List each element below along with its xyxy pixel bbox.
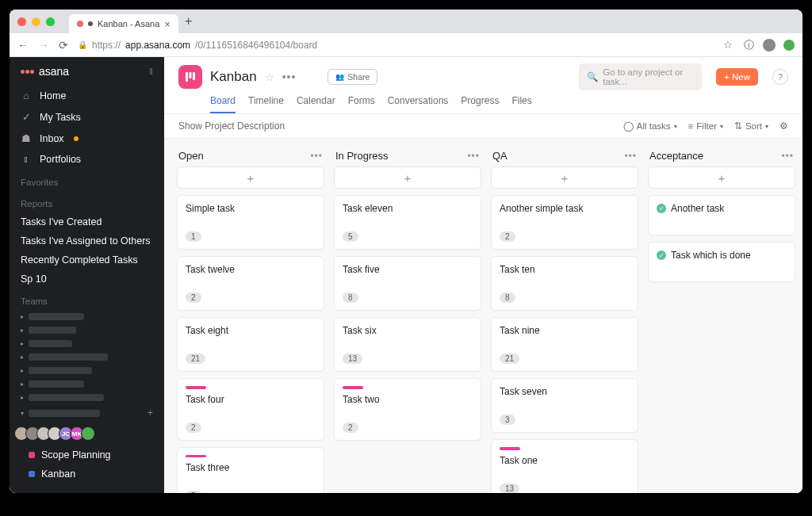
help-button[interactable]: ? (772, 69, 788, 85)
back-button[interactable]: ← (17, 39, 29, 52)
tab-progress[interactable]: Progress (461, 95, 499, 113)
maximize-window-button[interactable] (46, 17, 55, 26)
done-check-icon: ✓ (657, 250, 666, 260)
sidebar-nav-home[interactable]: ⌂Home (10, 86, 164, 106)
member-avatar[interactable] (81, 426, 95, 441)
add-card-button[interactable]: + (177, 166, 324, 189)
report-link[interactable]: Tasks I've Created (10, 212, 164, 231)
extension-icon[interactable] (783, 40, 795, 51)
favorite-star-icon[interactable]: ☆ (265, 71, 274, 83)
team-placeholder (29, 367, 92, 374)
new-tab-button[interactable]: + (185, 14, 192, 29)
all-tasks-filter[interactable]: ◯ All tasks ▾ (623, 120, 677, 132)
card-title: Task two (343, 394, 473, 405)
task-card[interactable]: Task eight21 (177, 317, 324, 372)
project-label: Scope Planning (41, 449, 111, 461)
search-input[interactable]: 🔍 Go to any project or task... (579, 63, 702, 90)
filter-button[interactable]: ≡ Filter ▾ (688, 121, 723, 131)
minimize-window-button[interactable] (32, 17, 40, 26)
add-card-button[interactable]: + (334, 166, 481, 189)
team-item[interactable]: ▸ (10, 337, 164, 350)
url-protocol: https:// (92, 40, 121, 51)
close-tab-button[interactable]: × (164, 18, 170, 30)
reload-button[interactable]: ⟳ (59, 39, 68, 52)
asana-logo[interactable]: asana (21, 65, 69, 78)
project-item[interactable]: Scope Planning (10, 445, 164, 464)
address-bar[interactable]: 🔒 https://app.asana.com/0/11165168464961… (78, 40, 712, 51)
sidebar-nav-portfolios[interactable]: ⫾Portfolios (10, 149, 164, 170)
team-item[interactable]: ▾+ (10, 404, 164, 422)
star-icon[interactable]: ☆ (722, 39, 734, 52)
collapse-sidebar-icon[interactable]: ⦀ (149, 66, 153, 77)
task-card[interactable]: Task two2 (334, 378, 481, 441)
team-item[interactable]: ▸ (10, 323, 164, 337)
browser-tab[interactable]: Kanban - Asana × (69, 14, 178, 33)
people-icon: 👥 (335, 73, 344, 81)
task-card[interactable]: Task seven3 (491, 378, 638, 433)
card-title: Task eleven (343, 203, 473, 214)
lock-icon: 🔒 (78, 40, 87, 49)
task-card[interactable]: Task twelve2 (177, 256, 324, 311)
project-icon[interactable] (178, 65, 202, 89)
card-title: Simple task (186, 203, 316, 214)
task-card[interactable]: Simple task1 (177, 195, 324, 250)
task-card[interactable]: ✓Task which is done (648, 242, 795, 282)
team-placeholder (29, 313, 84, 320)
tab-calendar[interactable]: Calendar (297, 95, 335, 113)
show-description-link[interactable]: Show Project Description (178, 120, 285, 132)
task-card[interactable]: Task one13 (491, 439, 638, 493)
task-card[interactable]: Task five8 (334, 256, 481, 311)
project-title: Kanban (210, 69, 257, 85)
report-link[interactable]: Sp 10 (10, 269, 164, 289)
sidebar-nav-my-tasks[interactable]: ✓My Tasks (10, 106, 164, 128)
customize-icon[interactable]: ⚙ (779, 120, 788, 132)
column-more-icon[interactable]: ••• (624, 151, 637, 162)
project-color-icon (29, 452, 35, 458)
project-more-menu[interactable]: ••• (282, 71, 297, 83)
column-more-icon[interactable]: ••• (310, 151, 323, 162)
report-link[interactable]: Tasks I've Assigned to Others (10, 231, 164, 250)
task-card[interactable]: Another simple task2 (491, 195, 638, 250)
team-item[interactable]: ▸ (10, 391, 164, 404)
tab-timeline[interactable]: Timeline (248, 95, 284, 113)
close-window-button[interactable] (17, 17, 26, 26)
nav-icon: ✓ (21, 111, 32, 123)
browser-window: Kanban - Asana × + ← → ⟳ 🔒 https://app.a… (10, 10, 802, 493)
tab-board[interactable]: Board (210, 95, 236, 113)
task-card[interactable]: Task six13 (334, 317, 481, 372)
card-tag-stripe (500, 447, 520, 450)
team-placeholder (29, 354, 108, 361)
forward-button[interactable]: → (38, 39, 49, 52)
team-item[interactable]: ▸ (10, 377, 164, 391)
tab-files[interactable]: Files (511, 95, 531, 113)
sidebar-nav-inbox[interactable]: ☗Inbox (10, 128, 164, 149)
new-button[interactable]: + New (716, 68, 758, 86)
card-badge: 21 (500, 354, 519, 364)
add-card-button[interactable]: + (648, 166, 795, 189)
task-card[interactable]: Task nine21 (491, 317, 638, 372)
card-badge: 2 (343, 422, 358, 433)
add-card-button[interactable]: + (491, 166, 638, 189)
task-card[interactable]: Task eleven5 (334, 195, 481, 250)
add-team-icon[interactable]: + (147, 407, 153, 419)
task-card[interactable]: Task three5 (177, 447, 324, 494)
info-icon[interactable]: ⓘ (742, 39, 755, 52)
tab-forms[interactable]: Forms (348, 95, 375, 113)
tab-conversations[interactable]: Conversations (388, 95, 449, 113)
project-item[interactable]: Kanban (10, 464, 164, 484)
card-title: Task twelve (186, 264, 316, 275)
share-button[interactable]: 👥 Share (327, 69, 377, 85)
report-link[interactable]: Recently Completed Tasks (10, 250, 164, 269)
team-item[interactable]: ▸ (10, 364, 164, 377)
team-item[interactable]: ▸ (10, 350, 164, 364)
profile-avatar[interactable] (763, 39, 776, 52)
sort-button[interactable]: ⇅ Sort ▾ (734, 120, 768, 132)
column-more-icon[interactable]: ••• (781, 151, 794, 162)
task-card[interactable]: Task four2 (177, 378, 324, 441)
task-card[interactable]: ✓Another task (648, 195, 795, 235)
column-more-icon[interactable]: ••• (467, 151, 480, 162)
team-item[interactable]: ▸ (10, 310, 164, 323)
team-placeholder (29, 380, 84, 388)
chevron-right-icon: ▸ (21, 327, 24, 334)
task-card[interactable]: Task ten8 (491, 256, 638, 311)
